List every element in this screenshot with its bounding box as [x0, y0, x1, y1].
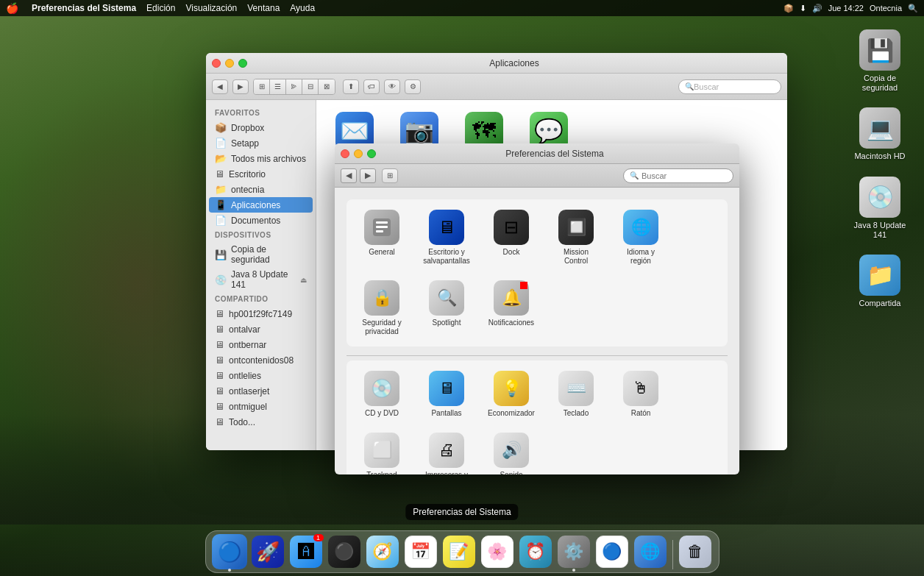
finder-icon-view-button[interactable]: ⊞	[254, 79, 270, 94]
sysprefs-minimize-button[interactable]	[354, 149, 363, 158]
sysprefs-close-button[interactable]	[341, 149, 349, 158]
sidebar-item-aplicaciones[interactable]: 📱 Aplicaciones	[209, 197, 313, 213]
finder-cover-view-button[interactable]: ⊟	[302, 79, 319, 94]
teclado-icon: ⌨️	[558, 371, 594, 406]
spotlight-label: Spotlight	[433, 319, 461, 327]
sysprefs-maximize-button[interactable]	[367, 149, 376, 158]
finder-list-view-button[interactable]: ☰	[270, 79, 286, 94]
dock-item-fotos[interactable]: 🌸	[480, 534, 515, 569]
sysprefs-item-raton[interactable]: 🖱 Ratón	[611, 366, 670, 422]
finder-tag-button[interactable]: 🏷	[363, 79, 380, 94]
sidebar-item-todo[interactable]: 🖥 Todo...	[206, 414, 316, 430]
sysprefs-item-teclado[interactable]: ⌨️ Teclado	[547, 366, 605, 422]
dock-item-trash[interactable]: 🗑	[678, 534, 713, 569]
dock-item-notas[interactable]: 📝	[441, 534, 477, 569]
finder-back-button[interactable]: ◀	[212, 79, 228, 94]
finder-action-button[interactable]: 👁	[384, 79, 400, 94]
eject-icon[interactable]: ⏏	[300, 276, 307, 284]
sysprefs-item-pantallas[interactable]: 🖥 Pantallas	[417, 366, 476, 422]
menubar-volume-icon[interactable]: 🔊	[812, 4, 822, 13]
menubar-user[interactable]: Ontecnia	[870, 4, 902, 13]
dock-item-ontecnia[interactable]: 🌐	[633, 534, 668, 569]
dock-item-chrome[interactable]: 🔵	[594, 534, 630, 569]
sysprefs-item-cddvd[interactable]: 💿 CD y DVD	[352, 366, 411, 422]
dock-item-calendar[interactable]: 📅	[403, 534, 438, 569]
sysprefs-item-spotlight[interactable]: 🔍 Spotlight	[417, 276, 476, 341]
sidebar-item-documentos[interactable]: 📄 Documentos	[206, 213, 316, 228]
sysprefs-item-seguridad[interactable]: 🔒 Seguridad y privacidad	[352, 276, 411, 341]
sidebar-item-ontalvar[interactable]: 🖥 ontalvar	[206, 321, 316, 337]
sidebar-item-setapp-label: Setapp	[231, 138, 259, 149]
sysprefs-item-dock[interactable]: ⊟ Dock	[482, 205, 541, 270]
sysprefs-grid-button[interactable]: ⊞	[382, 168, 398, 183]
finder-share-button[interactable]: ⬆	[343, 79, 359, 94]
finder-minimize-button[interactable]	[225, 59, 234, 68]
finder-close-button[interactable]	[212, 59, 221, 68]
menubar-edicion[interactable]: Edición	[146, 3, 175, 13]
sidebar-item-escritorio[interactable]: 🖥 Escritorio	[206, 166, 316, 182]
menubar-app-name[interactable]: Preferencias del Sistema	[32, 3, 136, 13]
sysprefs-search-input[interactable]	[642, 171, 727, 180]
sysprefs-item-sonido[interactable]: 🔊 Sonido	[482, 428, 541, 474]
menubar-download-icon[interactable]: ⬇	[800, 4, 806, 13]
dock-icon: ⊟	[494, 210, 529, 245]
sidebar-item-ontmiguel[interactable]: 🖥 ontmiguel	[206, 399, 316, 414]
dock-item-system-update[interactable]: ⚫	[327, 534, 362, 569]
sysprefs-item-mission[interactable]: 🔲 Mission Control	[547, 205, 605, 270]
sidebar-item-ontlelies[interactable]: 🖥 ontlelies	[206, 368, 316, 383]
sysprefs-item-general[interactable]: General	[352, 205, 411, 270]
finder-forward-button[interactable]: ▶	[232, 79, 249, 94]
dock-item-launchpad[interactable]: 🚀	[250, 534, 285, 569]
finder-gear-button[interactable]: ⚙	[405, 79, 421, 94]
desktop-icon-compartida-label: Compartida	[859, 299, 901, 308]
menubar-ayuda[interactable]: Ayuda	[290, 3, 315, 13]
dock-item-finder[interactable]: 🔵	[212, 534, 247, 569]
finder-search-bar[interactable]: 🔍 Buscar	[678, 79, 781, 94]
menubar-dropbox-icon[interactable]: 📦	[783, 4, 794, 13]
desktop-icon-compartida[interactable]: 📁 Compartida	[850, 255, 909, 308]
apple-menu[interactable]: 🍎	[6, 2, 18, 14]
hp-icon: 🖥	[215, 308, 224, 319]
ontbernar-icon: 🖥	[215, 339, 224, 350]
sidebar-item-ontecnia[interactable]: 📁 ontecnia	[206, 182, 316, 197]
sysprefs-item-impresoras[interactable]: 🖨 Impresoras y escáneres	[417, 428, 476, 474]
sidebar-item-todos-label: Todos mis archivos	[231, 154, 306, 164]
dock-item-sysprefs[interactable]: ⚙️	[556, 534, 591, 569]
desktop-icon-macintosh[interactable]: 💻 Macintosh HD	[850, 107, 909, 161]
sidebar-item-hp[interactable]: 🖥 hp001f29fc7149	[206, 306, 316, 321]
menubar-search-icon[interactable]: 🔍	[908, 4, 918, 13]
sidebar-item-copia[interactable]: 💾 Copia de seguridad	[206, 242, 316, 267]
menubar-ventana[interactable]: Ventana	[247, 3, 280, 13]
finder-extra-view-button[interactable]: ⊠	[319, 79, 335, 94]
sidebar-item-java-dvd[interactable]: 💿 Java 8 Update 141 ⏏	[206, 267, 316, 292]
sidebar-item-ontbernar[interactable]: 🖥 ontbernar	[206, 337, 316, 352]
dock-item-appstore[interactable]: 🅰 1	[288, 534, 324, 569]
sysprefs-item-idioma[interactable]: 🌐 Idioma y región	[611, 205, 670, 270]
dock-item-timemachine[interactable]: ⏰	[518, 534, 553, 569]
sidebar-item-dropbox[interactable]: 📦 Dropbox	[206, 120, 316, 135]
menubar-visualizacion[interactable]: Visualización	[185, 3, 237, 13]
sidebar-item-ontcontenidos[interactable]: 🖥 ontcontenidos08	[206, 352, 316, 368]
sidebar-item-ontcontenidos-label: ontcontenidos08	[229, 355, 294, 366]
desktop-icon-java[interactable]: 💿 Java 8 Update 141	[850, 177, 909, 240]
desktop-icon-copia[interactable]: 💾 Copia deseguridad	[850, 29, 909, 93]
finder-maximize-button[interactable]	[238, 59, 247, 68]
finder-column-view-button[interactable]: ⫸	[286, 79, 302, 94]
dock-container: 🔵 🚀 🅰 1 ⚫ 🧭 📅 📝 🌸 ⏰ ⚙️	[205, 530, 719, 573]
svg-rect-1	[376, 221, 388, 224]
sysprefs-item-economizador[interactable]: 💡 Economizador	[482, 366, 541, 422]
copia-icon: 💾	[215, 249, 227, 260]
sidebar-item-setapp[interactable]: 📄 Setapp	[206, 135, 316, 151]
sysprefs-item-trackpad[interactable]: ⬜ Trackpad	[352, 428, 411, 474]
economizador-label: Economizador	[488, 409, 535, 418]
ontlelies-icon: 🖥	[215, 370, 224, 381]
sidebar-favorites-title: Favoritos	[206, 106, 316, 120]
sysprefs-forward-button[interactable]: ▶	[360, 168, 376, 183]
sidebar-item-todos[interactable]: 📂 Todos mis archivos	[206, 151, 316, 166]
sysprefs-search-bar[interactable]: 🔍	[623, 168, 733, 183]
sysprefs-item-notificaciones[interactable]: 🔔 Notificaciones	[482, 276, 541, 341]
sysprefs-back-button[interactable]: ◀	[341, 168, 357, 183]
dock-item-safari[interactable]: 🧭	[365, 534, 400, 569]
sidebar-item-ontlaserjet[interactable]: 🖥 ontlaserjet	[206, 383, 316, 399]
sysprefs-item-escritorio[interactable]: 🖥 Escritorio y salvapantallas	[417, 205, 476, 270]
